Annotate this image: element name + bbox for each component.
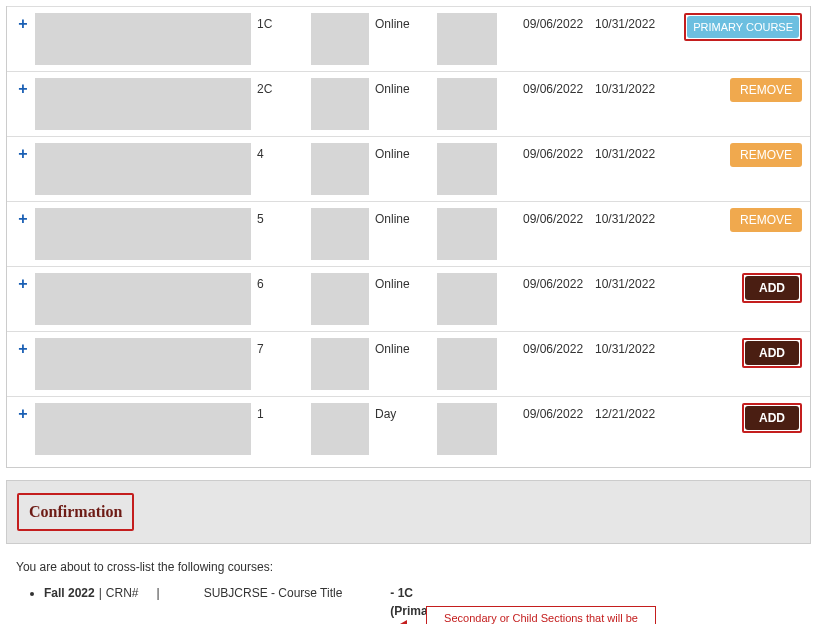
end-date-cell: 10/31/2022: [595, 338, 667, 356]
action-cell: PRIMARY COURSE: [667, 13, 806, 41]
mode-cell: Online: [375, 208, 437, 226]
action-cell: REMOVE: [667, 78, 806, 102]
redacted-crn: [311, 143, 369, 195]
redacted-other: [437, 403, 497, 455]
redacted-other: [437, 78, 497, 130]
annotation-callout: Secondary or Child Sections that will be…: [426, 606, 656, 624]
section-cell: 7: [257, 338, 311, 356]
redacted-other: [437, 338, 497, 390]
redacted-crn: [311, 13, 369, 65]
end-date-cell: 10/31/2022: [595, 78, 667, 96]
section-cell: 5: [257, 208, 311, 226]
redacted-course: [35, 338, 251, 390]
mode-cell: Online: [375, 143, 437, 161]
mode-cell: Online: [375, 273, 437, 291]
redacted-crn: [311, 78, 369, 130]
confirmation-course-list: Fall 2022 | CRN# | SUBJCRSE - Course Tit…: [16, 584, 801, 624]
redacted-course: [35, 273, 251, 325]
crn-label: CRN#: [106, 584, 139, 602]
redacted-course: [35, 78, 251, 130]
redacted-other: [437, 143, 497, 195]
table-row: + 5 Online 09/06/2022 10/31/2022 REMOVE: [7, 201, 810, 266]
mode-cell: Day: [375, 403, 437, 421]
confirmation-intro: You are about to cross-list the followin…: [16, 560, 801, 574]
subjcrse-label: SUBJCRSE - Course Title: [204, 584, 343, 602]
action-cell: ADD: [667, 403, 806, 433]
remove-button[interactable]: REMOVE: [730, 143, 802, 167]
end-date-cell: 10/31/2022: [595, 208, 667, 226]
section-cell: 6: [257, 273, 311, 291]
redacted-crn: [311, 338, 369, 390]
start-date-cell: 09/06/2022: [523, 143, 595, 161]
redacted-course: [35, 13, 251, 65]
expand-icon[interactable]: +: [11, 208, 35, 228]
end-date-cell: 10/31/2022: [595, 13, 667, 31]
start-date-cell: 09/06/2022: [523, 78, 595, 96]
table-row: + 1C Online 09/06/2022 10/31/2022 PRIMAR…: [7, 6, 810, 71]
expand-icon[interactable]: +: [11, 273, 35, 293]
end-date-cell: 10/31/2022: [595, 143, 667, 161]
redacted-other: [437, 208, 497, 260]
course-table: + 1C Online 09/06/2022 10/31/2022 PRIMAR…: [6, 6, 811, 468]
redacted-crn: [311, 403, 369, 455]
add-button[interactable]: ADD: [745, 276, 799, 300]
table-row: + 2C Online 09/06/2022 10/31/2022 REMOVE: [7, 71, 810, 136]
redacted-other: [437, 13, 497, 65]
end-date-cell: 12/21/2022: [595, 403, 667, 421]
primary-button[interactable]: PRIMARY COURSE: [687, 16, 799, 38]
table-row: + 6 Online 09/06/2022 10/31/2022 ADD: [7, 266, 810, 331]
remove-button[interactable]: REMOVE: [730, 78, 802, 102]
redacted-course: [35, 143, 251, 195]
action-cell: REMOVE: [667, 143, 806, 167]
expand-icon[interactable]: +: [11, 143, 35, 163]
table-row: + 7 Online 09/06/2022 10/31/2022 ADD: [7, 331, 810, 396]
expand-icon[interactable]: +: [11, 403, 35, 423]
action-cell: REMOVE: [667, 208, 806, 232]
section-cell: 1: [257, 403, 311, 421]
start-date-cell: 09/06/2022: [523, 403, 595, 421]
expand-icon[interactable]: +: [11, 338, 35, 358]
remove-button[interactable]: REMOVE: [730, 208, 802, 232]
redacted-other: [437, 273, 497, 325]
start-date-cell: 09/06/2022: [523, 208, 595, 226]
redacted-course: [35, 403, 251, 455]
redacted-course: [35, 208, 251, 260]
expand-icon[interactable]: +: [11, 13, 35, 33]
confirmation-title: Confirmation: [29, 503, 122, 520]
annotation-arrow-head: [400, 620, 407, 624]
section-cell: 1C: [257, 13, 311, 31]
table-row: + 4 Online 09/06/2022 10/31/2022 REMOVE: [7, 136, 810, 201]
section-cell: 4: [257, 143, 311, 161]
mode-cell: Online: [375, 13, 437, 31]
table-row: + 1 Day 09/06/2022 12/21/2022 ADD: [7, 396, 810, 461]
mode-cell: Online: [375, 338, 437, 356]
action-cell: ADD: [667, 338, 806, 368]
list-item: Fall 2022 | CRN# | SUBJCRSE - Course Tit…: [44, 584, 801, 624]
action-cell: ADD: [667, 273, 806, 303]
confirmation-body: You are about to cross-list the followin…: [6, 544, 811, 624]
confirmation-header: Confirmation: [6, 480, 811, 544]
mode-cell: Online: [375, 78, 437, 96]
add-button[interactable]: ADD: [745, 406, 799, 430]
end-date-cell: 10/31/2022: [595, 273, 667, 291]
add-button[interactable]: ADD: [745, 341, 799, 365]
term-label: Fall 2022: [44, 584, 95, 602]
redacted-crn: [311, 273, 369, 325]
start-date-cell: 09/06/2022: [523, 273, 595, 291]
start-date-cell: 09/06/2022: [523, 338, 595, 356]
redacted-crn: [311, 208, 369, 260]
expand-icon[interactable]: +: [11, 78, 35, 98]
start-date-cell: 09/06/2022: [523, 13, 595, 31]
section-cell: 2C: [257, 78, 311, 96]
